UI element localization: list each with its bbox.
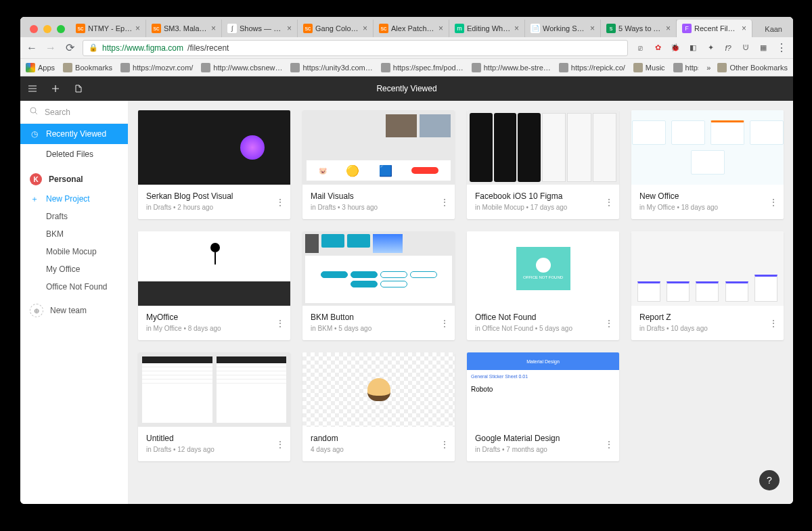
file-card[interactable]: Report Z in Drafts • 10 days ago ⋮ bbox=[631, 231, 784, 340]
file-menu-icon[interactable]: ⋮ bbox=[440, 318, 449, 329]
browser-tab[interactable]: scAlex Patchwork× bbox=[374, 20, 449, 37]
apps-shortcut[interactable]: Apps bbox=[26, 63, 55, 72]
close-tab-icon[interactable]: × bbox=[287, 24, 292, 33]
file-card[interactable]: 🐷🟡🟦 Mail Visuals in Drafts • 3 hours ago… bbox=[302, 110, 455, 219]
sidebar-project-item[interactable]: Drafts bbox=[20, 208, 128, 225]
window-controls bbox=[24, 25, 70, 37]
bookmark-item[interactable]: http://www.cbsnew… bbox=[201, 63, 282, 72]
file-title: New Office bbox=[639, 191, 775, 201]
file-menu-icon[interactable]: ⋮ bbox=[275, 318, 285, 329]
tab-title: Recent Files – Fig bbox=[694, 24, 739, 32]
file-menu-icon[interactable]: ⋮ bbox=[440, 439, 449, 450]
file-card[interactable]: OFFICE NOT FOUND Office Not Found in Off… bbox=[467, 231, 619, 340]
close-tab-icon[interactable]: × bbox=[742, 24, 746, 33]
sidebar-item-deleted[interactable]: Deleted Files bbox=[20, 144, 128, 164]
browser-tab[interactable]: scNTMY - Episod× bbox=[70, 20, 146, 37]
favicon-icon: sc bbox=[379, 24, 388, 33]
new-file-icon[interactable] bbox=[50, 83, 61, 94]
chrome-menu-icon[interactable]: ⋮ bbox=[775, 41, 788, 54]
file-menu-icon[interactable]: ⋮ bbox=[769, 197, 778, 208]
favicon-icon bbox=[472, 63, 481, 72]
file-subtitle: in Drafts • 3 hours ago bbox=[311, 204, 447, 211]
help-button[interactable]: ? bbox=[759, 470, 780, 490]
file-card[interactable]: BKM Button in BKM • 5 days ago ⋮ bbox=[302, 231, 455, 340]
bookmark-item[interactable]: Bookmarks bbox=[63, 63, 112, 72]
bookmark-item[interactable]: Music bbox=[633, 63, 665, 72]
close-tab-icon[interactable]: × bbox=[438, 24, 443, 33]
file-card[interactable]: Facebook iOS 10 Figma in Mobile Mocup • … bbox=[467, 110, 619, 219]
bookmark-item[interactable]: http://www.be-stre… bbox=[472, 63, 551, 72]
profile-name[interactable]: Kaan bbox=[758, 25, 789, 37]
import-icon[interactable] bbox=[73, 83, 84, 94]
bookmark-item[interactable]: https://repick.co/ bbox=[559, 63, 625, 72]
extension-icon[interactable]: ✿ bbox=[652, 43, 663, 53]
file-menu-icon[interactable]: ⋮ bbox=[440, 197, 449, 208]
browser-tab[interactable]: scGang Colours× bbox=[298, 20, 374, 37]
extension-icon[interactable]: ◧ bbox=[687, 43, 698, 53]
file-title: Google Material Design bbox=[475, 434, 611, 443]
team-icon: ⊕ bbox=[30, 304, 43, 317]
file-card[interactable]: New Office in My Office • 18 days ago ⋮ bbox=[631, 110, 784, 219]
close-tab-icon[interactable]: × bbox=[590, 24, 595, 33]
new-team-button[interactable]: ⊕ New team bbox=[20, 300, 128, 321]
file-menu-icon[interactable]: ⋮ bbox=[275, 197, 285, 208]
browser-tab[interactable]: s5 Ways to Tak× bbox=[601, 20, 677, 37]
file-card[interactable]: Material DesignGeneral Sticker Sheet 0.0… bbox=[467, 352, 619, 461]
sidebar-section-label: Personal bbox=[49, 175, 83, 184]
sidebar-project-item[interactable]: Mobile Mocup bbox=[20, 243, 128, 260]
overflow-icon[interactable]: » bbox=[706, 64, 710, 72]
other-bookmarks[interactable]: Other Bookmarks bbox=[717, 63, 788, 72]
sidebar-item-recently-viewed[interactable]: ◷ Recently Viewed bbox=[20, 124, 128, 144]
browser-tab[interactable]: FRecent Files – Fig× bbox=[677, 20, 752, 37]
bookmark-label: http://www.cbsnew… bbox=[213, 64, 282, 72]
url-input[interactable]: 🔒 https://www.figma.com/files/recent bbox=[83, 40, 628, 56]
sidebar-project-item[interactable]: Office Not Found bbox=[20, 278, 128, 296]
bookmark-label: Apps bbox=[38, 64, 55, 72]
bookmark-item[interactable]: https://crew.co/fou… bbox=[673, 63, 699, 72]
browser-tab[interactable]: scSM3. Mala (De× bbox=[146, 20, 222, 37]
file-card[interactable]: Untitled in Drafts • 12 days ago ⋮ bbox=[138, 352, 290, 461]
close-window-icon[interactable] bbox=[30, 25, 38, 33]
sidebar-section-personal[interactable]: K Personal bbox=[20, 168, 128, 190]
search-input[interactable]: Search bbox=[20, 101, 128, 124]
bookmark-item[interactable]: https://spec.fm/pod… bbox=[381, 63, 464, 72]
browser-tab[interactable]: ∫Shows — Sour× bbox=[222, 20, 298, 37]
file-menu-icon[interactable]: ⋮ bbox=[604, 197, 614, 208]
sidebar-project-item[interactable]: BKM bbox=[20, 225, 128, 243]
minimize-window-icon[interactable] bbox=[43, 25, 51, 33]
file-menu-icon[interactable]: ⋮ bbox=[275, 439, 285, 450]
extension-icon[interactable]: 🐞 bbox=[670, 43, 681, 53]
close-tab-icon[interactable]: × bbox=[363, 24, 367, 33]
menu-icon[interactable] bbox=[27, 83, 38, 94]
close-tab-icon[interactable]: × bbox=[666, 24, 671, 33]
extension-icon[interactable]: ᕫ bbox=[740, 43, 751, 53]
cast-icon[interactable]: ⎚ bbox=[635, 43, 646, 53]
browser-tab[interactable]: mEditing Why it× bbox=[449, 20, 525, 37]
reload-icon[interactable]: ⟳ bbox=[64, 41, 76, 54]
close-tab-icon[interactable]: × bbox=[135, 24, 140, 33]
forward-icon[interactable]: → bbox=[45, 42, 57, 54]
file-card[interactable]: MyOffice in My Office • 8 days ago ⋮ bbox=[138, 231, 290, 340]
close-tab-icon[interactable]: × bbox=[514, 24, 519, 33]
back-icon[interactable]: ← bbox=[26, 42, 38, 54]
sidebar-item-label: Recently Viewed bbox=[46, 129, 106, 139]
bookmark-item[interactable]: https://mozvr.com/ bbox=[120, 63, 193, 72]
bookmark-item[interactable]: https://unity3d.com… bbox=[290, 63, 372, 72]
close-tab-icon[interactable]: × bbox=[211, 24, 216, 33]
bookmark-label: https://mozvr.com/ bbox=[133, 64, 193, 72]
sidebar-project-item[interactable]: My Office bbox=[20, 260, 128, 278]
file-menu-icon[interactable]: ⋮ bbox=[769, 318, 778, 329]
bookmark-label: https://repick.co/ bbox=[571, 64, 625, 72]
extension-icon[interactable]: f? bbox=[723, 43, 734, 53]
new-project-button[interactable]: ＋ New Project bbox=[20, 190, 128, 208]
search-icon bbox=[30, 107, 38, 117]
file-card[interactable]: random 4 days ago ⋮ bbox=[302, 352, 455, 461]
extension-icon[interactable]: ▦ bbox=[758, 43, 769, 53]
maximize-window-icon[interactable] bbox=[57, 25, 65, 33]
extension-icon[interactable]: ✦ bbox=[705, 43, 716, 53]
file-menu-icon[interactable]: ⋮ bbox=[604, 439, 614, 450]
file-card[interactable]: Serkan Blog Post Visual in Drafts • 2 ho… bbox=[138, 110, 290, 219]
file-menu-icon[interactable]: ⋮ bbox=[604, 318, 614, 329]
browser-tab[interactable]: 📄Working Session× bbox=[525, 20, 601, 37]
search-placeholder: Search bbox=[45, 108, 70, 117]
